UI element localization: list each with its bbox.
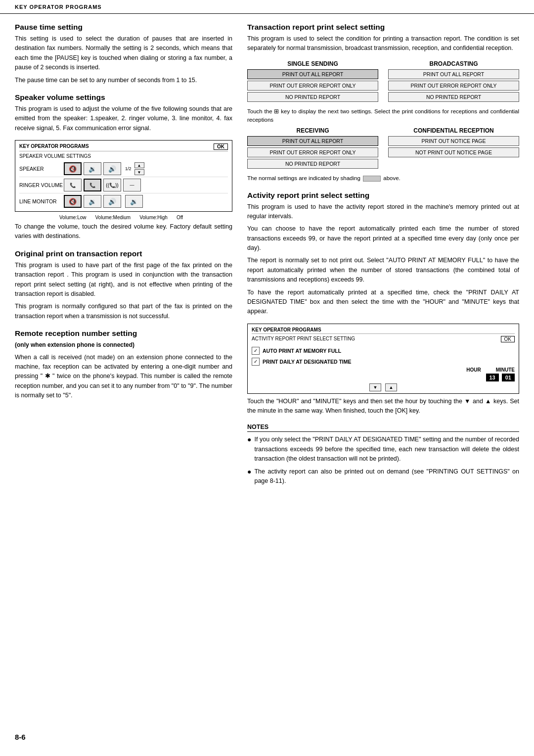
speaker-high-btn[interactable]: 🔊 <box>103 162 121 175</box>
right-column: Transaction report print select setting … <box>247 23 519 489</box>
single-sending-btn-2[interactable]: PRINT OUT ERROR REPORT ONLY <box>247 81 378 91</box>
confidential-reception-label: CONFIDENTIAL RECEPTION <box>388 127 519 134</box>
shading-sample <box>363 176 381 182</box>
remote-reception-section: Remote reception number setting (only wh… <box>15 329 232 400</box>
notes-section: NOTES ● If you only select the "PRINT DA… <box>247 424 519 486</box>
transaction-report-title: Transaction report print select setting <box>247 23 519 32</box>
line-monitor-buttons: 🔇 🔉 🔊 🔉 <box>64 195 143 208</box>
minute-value[interactable]: 01 <box>502 374 515 381</box>
broadcasting-col: BROADCASTING PRINT OUT ALL REPORT PRINT … <box>388 60 519 103</box>
speaker-buttons: 🔇 🔉 🔊 <box>64 162 121 175</box>
speaker-row: SPEAKER 🔇 🔉 🔊 1/2 ▲ ▼ <box>19 161 228 177</box>
broadcasting-btn-2[interactable]: PRINT OUT ERROR REPORT ONLY <box>388 81 519 91</box>
activity-report-section: Activity report print select setting Thi… <box>247 191 519 416</box>
lm-med-btn[interactable]: 🔉 <box>84 195 101 208</box>
auto-print-row: ✓ AUTO PRINT AT MEMORY FULL <box>252 345 515 356</box>
lm-low-btn[interactable]: 🔇 <box>64 195 82 208</box>
note-item-2: ● The activity report can also be printe… <box>247 467 519 486</box>
speaker-volume-title: Speaker volume settings <box>15 93 232 102</box>
ringer-buttons: 📞 📞 ((📞)) — <box>64 179 141 191</box>
receiving-confidential-cols: RECEIVING PRINT OUT ALL REPORT PRINT OUT… <box>247 127 519 170</box>
header-title: KEY OPERATOR PROGRAMS <box>15 4 102 10</box>
receiving-label: RECEIVING <box>247 127 378 134</box>
speaker-volume-body1: This program is used to adjust the volum… <box>15 104 232 133</box>
sending-broadcasting-cols: SINGLE SENDING PRINT OUT ALL REPORT PRIN… <box>247 60 519 103</box>
time-values-row: 13 01 <box>263 374 515 381</box>
single-sending-btn-3[interactable]: NO PRINTED REPORT <box>247 92 378 102</box>
note-text-2: The activity report can also be printed … <box>254 467 519 486</box>
print-daily-row: ✓ PRINT DAILY AT DESIGNATED TIME <box>252 356 515 367</box>
ringer-med-btn[interactable]: 📞 <box>84 179 101 191</box>
confidential-reception-col: CONFIDENTIAL RECEPTION PRINT OUT NOTICE … <box>388 127 519 170</box>
lm-extra-btn[interactable]: 🔉 <box>125 195 143 208</box>
vol-low: Volume:Low <box>59 215 86 220</box>
activity-ui-header2: ACTIVITY REPORT PRINT SELECT SETTING <box>252 336 355 342</box>
activity-report-body: This program is used to have the activit… <box>247 202 519 317</box>
act-nav-btns: ▼ ▲ <box>252 383 515 391</box>
single-sending-btn-1[interactable]: PRINT OUT ALL REPORT <box>247 69 378 79</box>
lm-high-btn[interactable]: 🔊 <box>103 195 121 208</box>
remote-reception-subtitle: (only when extension phone is connected) <box>15 340 232 350</box>
page-indicator: 1/2 <box>125 166 132 171</box>
ui-nav-btns: ▲ ▼ <box>134 162 144 175</box>
auto-print-checkbox[interactable]: ✓ <box>252 347 260 355</box>
note-text-1: If you only select the "PRINT DAILY AT D… <box>254 435 519 464</box>
bullet-2: ● <box>247 467 251 486</box>
receiving-btn-3[interactable]: NO PRINTED REPORT <box>247 159 378 169</box>
ui-header-row: KEY OPERATOR PROGRAMS OK <box>19 143 228 151</box>
print-daily-label: PRINT DAILY AT DESIGNATED TIME <box>263 359 351 365</box>
remote-reception-title: Remote reception number setting <box>15 329 232 338</box>
activity-ui-header2-row: ACTIVITY REPORT PRINT SELECT SETTING OK <box>252 336 515 342</box>
line-monitor-label: LINE MONITOR <box>19 198 64 204</box>
act-nav-down[interactable]: ▼ <box>369 383 381 391</box>
nav-down-btn[interactable]: ▼ <box>134 169 144 175</box>
ringer-high-btn[interactable]: ((📞)) <box>103 179 121 191</box>
speaker-label: SPEAKER <box>19 166 64 172</box>
speaker-med-btn[interactable]: 🔉 <box>84 162 101 175</box>
ringer-off-btn[interactable]: — <box>123 179 141 191</box>
notes-list: ● If you only select the "PRINT DAILY AT… <box>247 435 519 486</box>
volume-labels: Volume:Low Volume:Medium Volume:High Off <box>59 215 232 220</box>
confidential-btn-2[interactable]: NOT PRINT OUT NOTICE PAGE <box>388 147 519 157</box>
ui-header1: KEY OPERATOR PROGRAMS <box>19 143 89 150</box>
time-row: HOUR MINUTE <box>263 367 515 373</box>
vol-high: Volume:High <box>139 215 168 220</box>
ringer-label: RINGER VOLUME <box>19 182 64 188</box>
ringer-low-btn[interactable]: 📞 <box>64 179 82 191</box>
ui-ok-btn[interactable]: OK <box>214 143 228 150</box>
auto-print-label: AUTO PRINT AT MEMORY FULL <box>263 348 341 354</box>
activity-ui-header1: KEY OPERATOR PROGRAMS <box>252 327 321 332</box>
ringer-row: RINGER VOLUME 📞 📞 ((📞)) — <box>19 177 228 193</box>
left-column: Pause time setting This setting is used … <box>15 23 232 489</box>
shading-note: The normal settings are indicated by sha… <box>247 174 519 183</box>
receiving-btn-2[interactable]: PRINT OUT ERROR REPORT ONLY <box>247 147 378 157</box>
activity-report-body5: Touch the "HOUR" and "MINUTE" keys and t… <box>247 397 519 416</box>
print-daily-checkbox[interactable]: ✓ <box>252 358 260 366</box>
activity-ui-header: KEY OPERATOR PROGRAMS <box>252 327 515 334</box>
transaction-report-section: Transaction report print select setting … <box>247 23 519 183</box>
activity-ui-ok[interactable]: OK <box>501 336 515 342</box>
speaker-volume-body2: To change the volume, touch the desired … <box>15 222 232 241</box>
broadcasting-btn-3[interactable]: NO PRINTED REPORT <box>388 92 519 102</box>
vol-med: Volume:Medium <box>95 215 131 220</box>
single-sending-col: SINGLE SENDING PRINT OUT ALL REPORT PRIN… <box>247 60 378 103</box>
page-content: Pause time setting This setting is used … <box>0 14 534 498</box>
notes-title: NOTES <box>247 424 519 432</box>
line-monitor-row: LINE MONITOR 🔇 🔉 🔊 🔉 <box>19 193 228 209</box>
act-nav-up[interactable]: ▲ <box>385 383 397 391</box>
receiving-btn-1[interactable]: PRINT OUT ALL REPORT <box>247 136 378 146</box>
speaker-low-btn[interactable]: 🔇 <box>64 162 82 175</box>
broadcasting-btn-1[interactable]: PRINT OUT ALL REPORT <box>388 69 519 79</box>
nav-up-btn[interactable]: ▲ <box>134 162 144 168</box>
page-number: 8-6 <box>15 733 26 741</box>
hour-value[interactable]: 13 <box>486 374 499 381</box>
bullet-1: ● <box>247 435 251 464</box>
activity-report-title: Activity report print select setting <box>247 191 519 200</box>
confidential-btn-1[interactable]: PRINT OUT NOTICE PAGE <box>388 136 519 146</box>
remote-reception-body: (only when extension phone is connected)… <box>15 340 232 400</box>
minute-label: MINUTE <box>496 367 515 373</box>
pause-time-body: This setting is used to select the durat… <box>15 34 232 85</box>
pause-time-section: Pause time setting This setting is used … <box>15 23 232 85</box>
single-sending-label: SINGLE SENDING <box>247 60 378 67</box>
note-item-1: ● If you only select the "PRINT DAILY AT… <box>247 435 519 464</box>
